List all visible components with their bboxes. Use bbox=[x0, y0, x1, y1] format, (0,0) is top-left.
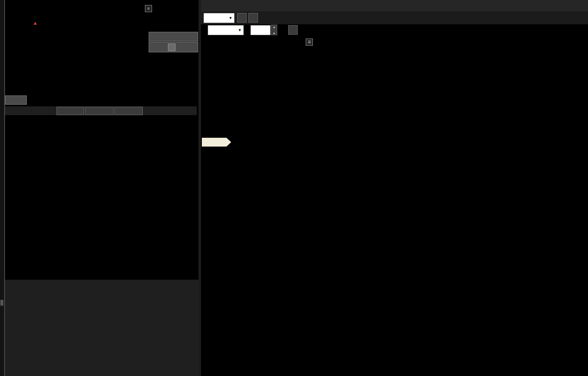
composite-board-button[interactable] bbox=[5, 95, 27, 105]
left-panel-empty-area bbox=[5, 280, 199, 376]
board-header-sell bbox=[57, 107, 84, 115]
price-chart-svg[interactable] bbox=[201, 71, 588, 376]
interval-select[interactable]: ▼ bbox=[204, 13, 235, 23]
chevron-down-icon: ▼ bbox=[238, 28, 242, 32]
board-header-price bbox=[85, 107, 113, 115]
app-window: ≡ ▲ bbox=[0, 0, 588, 376]
add-watchlist-button[interactable] bbox=[149, 42, 198, 52]
bar-count-input[interactable] bbox=[250, 25, 271, 35]
resize-handle[interactable] bbox=[0, 300, 3, 306]
next-button[interactable] bbox=[248, 13, 258, 23]
period-settings-row: ▼ ▼ ▲ bbox=[201, 24, 588, 36]
tab-bar bbox=[201, 0, 588, 12]
page-buttons-row bbox=[201, 60, 588, 71]
up-arrow-icon: ▲ bbox=[33, 20, 38, 26]
plus-icon bbox=[168, 44, 175, 51]
count-up-stepper[interactable]: ▲ bbox=[271, 30, 277, 35]
board-header bbox=[5, 106, 197, 115]
trade-caution-button[interactable] bbox=[149, 32, 198, 41]
chart-panel: ▼ ▼ ▼ ▲ bbox=[201, 0, 588, 376]
prev-button[interactable] bbox=[237, 13, 247, 23]
current-price-tag bbox=[202, 138, 231, 147]
chart-toolbar: ▼ bbox=[201, 11, 588, 24]
period-mode-select[interactable]: ▼ bbox=[208, 25, 244, 35]
list-icon[interactable]: ≡ bbox=[306, 39, 313, 46]
ohlc-row bbox=[201, 48, 588, 60]
price-chart-area[interactable] bbox=[201, 71, 588, 376]
quote-summary-row: ≡ bbox=[201, 36, 588, 48]
left-resize-strip[interactable] bbox=[0, 0, 5, 376]
list-icon[interactable]: ≡ bbox=[145, 5, 152, 12]
chevron-down-icon: ▼ bbox=[229, 16, 232, 20]
reload-icon[interactable] bbox=[288, 25, 298, 35]
count-down-stepper[interactable]: ▼ bbox=[271, 25, 277, 30]
board-header-buy bbox=[114, 107, 143, 115]
